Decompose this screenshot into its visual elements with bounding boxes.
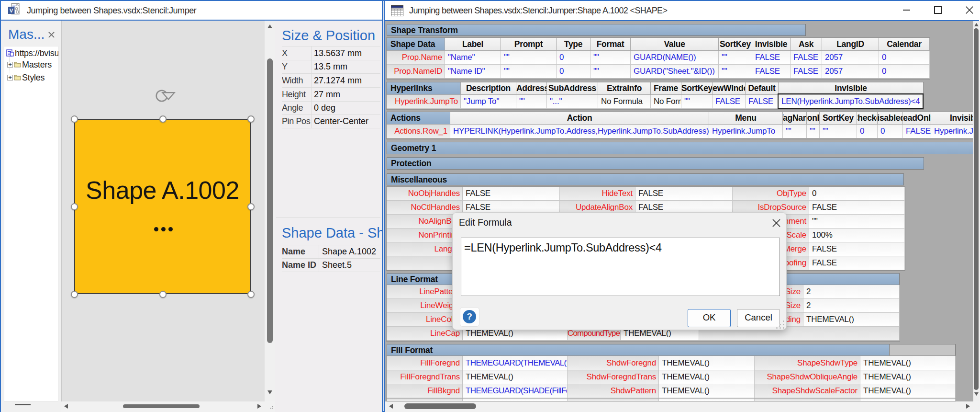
svg-text:V: V <box>10 8 13 13</box>
